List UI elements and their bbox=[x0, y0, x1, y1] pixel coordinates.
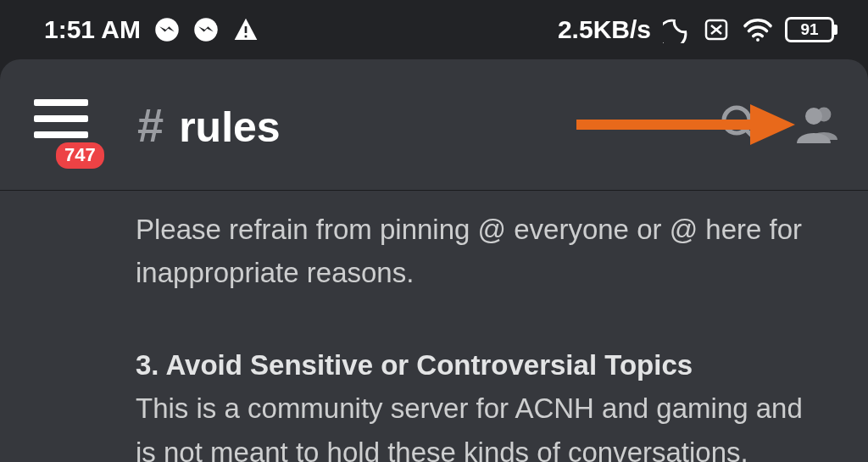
channel-title[interactable]: # rules bbox=[137, 97, 281, 153]
unread-badge: 747 bbox=[56, 142, 104, 169]
search-button[interactable] bbox=[719, 103, 760, 147]
svg-point-11 bbox=[805, 108, 822, 125]
channel-content[interactable]: Please refrain from pinning @ everyone o… bbox=[0, 191, 868, 462]
svg-rect-3 bbox=[245, 36, 248, 38]
rule-text: Please refrain from pinning @ everyone o… bbox=[136, 208, 826, 294]
svg-line-9 bbox=[746, 130, 754, 138]
warning-icon bbox=[232, 16, 259, 43]
members-icon bbox=[795, 103, 839, 143]
hash-icon: # bbox=[137, 97, 164, 153]
svg-point-7 bbox=[756, 38, 760, 42]
status-right: 2.5KB/s 91 bbox=[558, 15, 834, 44]
clock: 1:51 AM bbox=[44, 15, 141, 44]
battery-indicator: 91 bbox=[785, 17, 834, 42]
data-rate: 2.5KB/s bbox=[558, 15, 651, 44]
rule-block: 3. Avoid Sensitive or Controversial Topi… bbox=[136, 343, 826, 462]
status-left: 1:51 AM bbox=[44, 15, 259, 44]
dnd-icon bbox=[663, 16, 690, 43]
menu-button[interactable]: 747 bbox=[34, 99, 95, 150]
svg-rect-2 bbox=[245, 26, 248, 33]
channel-name: rules bbox=[179, 103, 281, 152]
rule-heading: 3. Avoid Sensitive or Controversial Topi… bbox=[136, 349, 693, 381]
channel-header: 747 # rules bbox=[0, 59, 868, 191]
wifi-icon bbox=[743, 17, 773, 42]
messenger-icon bbox=[154, 17, 180, 42]
messenger-icon-2 bbox=[193, 17, 219, 42]
battery-level: 91 bbox=[800, 20, 818, 39]
rule-body: This is a community server for ACNH and … bbox=[136, 392, 803, 462]
hamburger-icon bbox=[34, 99, 88, 138]
status-bar: 1:51 AM 2.5KB/s 91 bbox=[0, 0, 868, 59]
members-button[interactable] bbox=[795, 103, 839, 147]
vibrate-icon bbox=[702, 18, 731, 42]
search-icon bbox=[719, 103, 760, 143]
